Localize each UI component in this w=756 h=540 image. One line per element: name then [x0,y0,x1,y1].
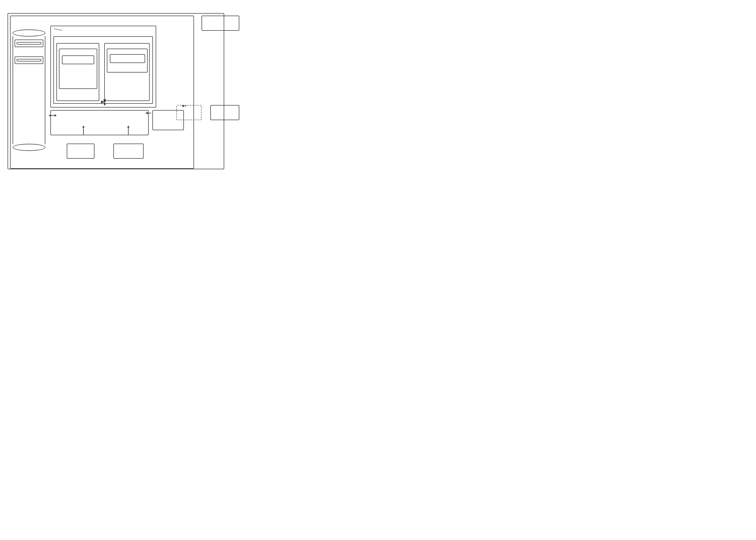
new-pie-chart-box [104,43,150,101]
gui-box [54,36,153,104]
sizes-box [110,54,145,63]
org-box [202,16,239,31]
pieces-section [15,57,43,64]
database-area [13,30,45,151]
portion-box [62,56,94,64]
relative-values-box [113,144,144,159]
sections-box [59,49,97,89]
new-sections-box [107,49,148,72]
policy-box [67,144,94,159]
display-system-box [50,26,156,107]
pie-charts-box [57,43,99,101]
type-box [17,42,41,45]
operator-box [210,105,239,120]
diagram-page [5,6,247,174]
types-section [15,40,43,47]
selected-pieces-box [17,59,41,62]
user-input-dashed-box [176,105,202,120]
pie-chart-system-box [50,110,149,135]
